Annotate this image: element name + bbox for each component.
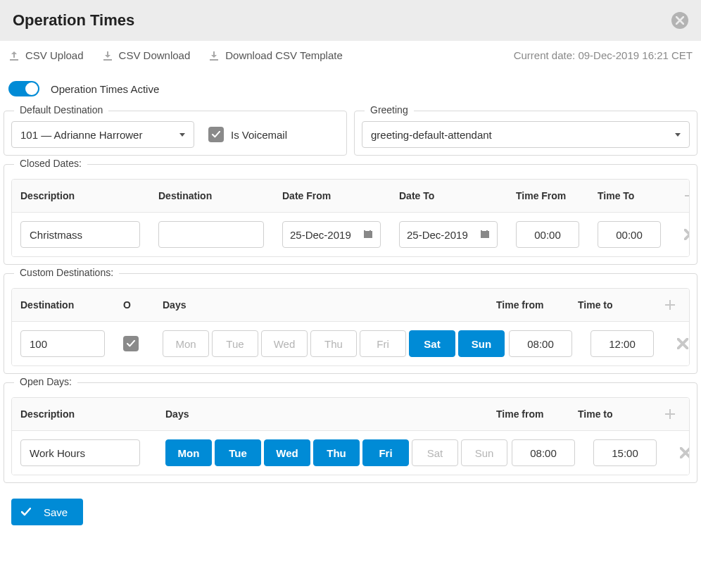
time-to-input[interactable] [591, 330, 654, 357]
date-to-input[interactable]: 25-Dec-2019 [399, 221, 498, 248]
csv-template-label: Download CSV Template [225, 49, 342, 61]
col-o: O [123, 299, 158, 311]
open-days-fieldset: Open Days: Description Days Time from Ti… [4, 382, 697, 483]
delete-row-button[interactable] [682, 227, 690, 242]
current-date-label: Current date: 09-Dec-2019 16:21 CET [514, 49, 693, 61]
page-title: Operation Times [13, 11, 134, 30]
day-mon[interactable]: Mon [163, 330, 209, 357]
csv-template-button[interactable]: Download CSV Template [208, 49, 342, 61]
col-destination: Destination [20, 299, 119, 311]
chevron-down-icon [675, 133, 681, 137]
greeting-fieldset: Greeting greeting-default-attendant [354, 111, 697, 156]
csv-upload-label: CSV Upload [25, 49, 84, 61]
greeting-legend: Greeting [365, 104, 414, 115]
col-days: Days [165, 408, 492, 420]
col-time-from: Time from [496, 408, 574, 420]
day-thu[interactable]: Thu [313, 439, 360, 466]
chevron-down-icon [179, 133, 185, 137]
operation-active-label: Operation Times Active [51, 83, 159, 95]
add-closed-date-button[interactable] [682, 188, 690, 204]
greeting-select[interactable]: greeting-default-attendant [362, 121, 690, 148]
plus-icon [684, 190, 690, 201]
time-to-input[interactable] [593, 439, 657, 466]
default-destination-fieldset: Default Destination 101 — Adrianne Harro… [4, 111, 347, 156]
is-voicemail-label: Is Voicemail [231, 129, 287, 141]
closed-dates-legend: Closed Dates: [14, 158, 87, 169]
save-label: Save [44, 506, 68, 518]
x-icon [684, 229, 690, 240]
col-time-to: Time To [598, 190, 675, 201]
default-destination-value: 101 — Adrianne Harrower [20, 129, 142, 141]
day-thu[interactable]: Thu [310, 330, 357, 357]
delete-row-button[interactable] [678, 445, 690, 461]
date-from-value: 25-Dec-2019 [290, 229, 351, 241]
table-row: 25-Dec-2019 25-Dec-2019 [12, 213, 689, 256]
col-destination: Destination [158, 190, 278, 201]
dialog-header: Operation Times [0, 0, 701, 41]
custom-destinations-fieldset: Custom Destinations: Destination O Days … [4, 273, 697, 374]
days-selector: MonTueWedThuFriSatSun [163, 330, 505, 357]
col-description: Description [20, 408, 161, 420]
add-custom-destination-button[interactable] [662, 297, 678, 313]
time-from-input[interactable] [516, 221, 579, 248]
upload-icon [8, 50, 20, 61]
day-wed[interactable]: Wed [264, 439, 310, 466]
download-icon [102, 50, 113, 61]
destination-input[interactable] [20, 330, 105, 357]
default-destination-select[interactable]: 101 — Adrianne Harrower [11, 121, 194, 148]
default-destination-legend: Default Destination [14, 104, 108, 115]
check-icon [212, 131, 220, 138]
check-icon [127, 340, 135, 347]
col-description: Description [20, 190, 154, 201]
delete-row-button[interactable] [675, 336, 690, 351]
time-from-input[interactable] [509, 330, 572, 357]
table-row: MonTueWedThuFriSatSun [12, 431, 689, 475]
date-from-input[interactable]: 25-Dec-2019 [282, 221, 381, 248]
day-sun[interactable]: Sun [458, 330, 505, 357]
check-icon [21, 508, 31, 516]
custom-destinations-header: Destination O Days Time from Time to [12, 289, 689, 322]
closed-dates-header: Description Destination Date From Date T… [12, 180, 689, 213]
operation-active-toggle[interactable] [8, 81, 39, 96]
description-input[interactable] [20, 221, 140, 248]
close-button[interactable] [671, 12, 688, 29]
day-tue[interactable]: Tue [215, 439, 261, 466]
open-days-header: Description Days Time from Time to [12, 398, 689, 431]
days-selector: MonTueWedThuFriSatSun [165, 439, 507, 466]
closed-dates-fieldset: Closed Dates: Description Destination Da… [4, 164, 697, 265]
col-date-to: Date To [399, 190, 512, 201]
col-time-from: Time From [516, 190, 593, 201]
x-icon [680, 447, 690, 458]
save-button[interactable]: Save [11, 499, 83, 525]
day-tue[interactable]: Tue [212, 330, 258, 357]
is-voicemail-checkbox[interactable] [208, 127, 224, 142]
description-input[interactable] [20, 439, 140, 466]
time-to-input[interactable] [598, 221, 661, 248]
custom-destinations-legend: Custom Destinations: [14, 267, 119, 278]
csv-download-label: CSV Download [119, 49, 191, 61]
csv-download-button[interactable]: CSV Download [102, 49, 191, 61]
time-from-input[interactable] [512, 439, 575, 466]
date-to-value: 25-Dec-2019 [407, 229, 468, 241]
csv-toolbar: CSV Upload CSV Download Download CSV Tem… [0, 41, 701, 68]
destination-input[interactable] [158, 221, 264, 248]
day-fri[interactable]: Fri [360, 330, 406, 357]
table-row: MonTueWedThuFriSatSun [12, 322, 689, 365]
open-days-legend: Open Days: [14, 376, 77, 387]
o-checkbox[interactable] [123, 336, 139, 351]
add-open-day-button[interactable] [662, 406, 678, 422]
day-wed[interactable]: Wed [261, 330, 308, 357]
day-sat[interactable]: Sat [412, 439, 458, 466]
greeting-value: greeting-default-attendant [371, 129, 492, 141]
col-time-to: Time to [578, 408, 655, 420]
download-icon [208, 50, 220, 61]
csv-upload-button[interactable]: CSV Upload [8, 49, 84, 61]
col-time-from: Time from [496, 299, 574, 311]
calendar-icon [480, 229, 490, 241]
day-fri[interactable]: Fri [362, 439, 409, 466]
day-mon[interactable]: Mon [165, 439, 212, 466]
day-sun[interactable]: Sun [461, 439, 507, 466]
day-sat[interactable]: Sat [409, 330, 455, 357]
x-icon [677, 338, 688, 349]
plus-icon [664, 299, 676, 311]
